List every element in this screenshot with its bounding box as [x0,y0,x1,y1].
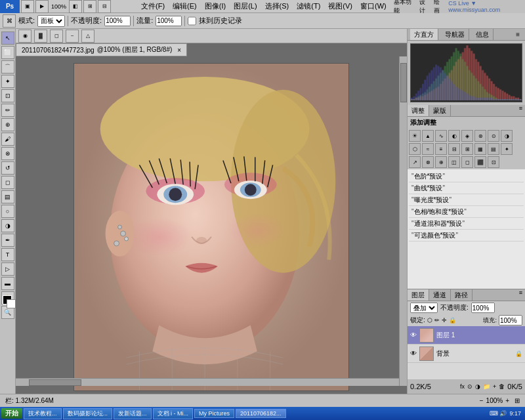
menu-image[interactable]: 图像(I) [201,1,230,11]
document-tab[interactable]: 20110706182447723.jpg @100% (图层 1, RGB/8… [16,43,187,56]
toolbar-icon-1[interactable]: ▣ [21,0,34,13]
zoom-out-btn[interactable]: − [480,397,484,404]
gradient-adj-icon[interactable]: ▤ [488,143,499,155]
toolbar-icon-4[interactable]: ⊞ [83,0,96,13]
zoom-in-btn[interactable]: + [505,397,509,404]
layer-group-btn[interactable]: 📁 [483,383,490,390]
layer-item-bg[interactable]: 👁 背景 🔒 [408,345,525,363]
threshold-adj-icon[interactable]: ▦ [474,143,486,155]
brush-tool[interactable]: 🖌 [1,133,14,146]
smudge-icon[interactable]: ~ [66,30,79,43]
taskbar-item-5[interactable]: My Pictures [194,409,234,418]
toolbar-icon-5[interactable]: ⊟ [98,0,111,13]
adj-item-mixer[interactable]: 通道混和器*预设 [409,218,524,230]
adj-item-levels[interactable]: 色阶*预设 [409,171,524,182]
move-tool[interactable]: ↖ [1,32,14,45]
layer-visibility-1[interactable]: 👁 [410,331,417,339]
sharpen-icon[interactable]: △ [81,30,94,43]
menu-edit[interactable]: 编辑(E) [169,1,201,11]
fill-row-input[interactable] [499,315,522,326]
hsl-adj-icon[interactable]: ⊛ [474,130,486,142]
adj-item-exposure[interactable]: 曝光度*预设 [409,194,524,206]
tab-masks[interactable]: 蒙版 [429,105,451,116]
brush-icon[interactable]: ⌘ [3,14,16,28]
fit-page-btn[interactable]: ⊞ [514,397,520,404]
tab-channels[interactable]: 通道 [429,289,451,301]
adjust-panel-menu[interactable]: ≡ [516,105,525,116]
adj-extra3[interactable]: ⊕ [435,156,447,168]
delete-layer-btn[interactable]: 🗑 [499,383,505,390]
adj-extra1[interactable]: ↗ [409,156,421,168]
blur-tool[interactable]: ○ [1,205,14,218]
shape-tool[interactable]: ▬ [1,277,14,290]
tab-adjustments[interactable]: 调整 [408,105,429,116]
v-scroll-thumb[interactable] [400,63,407,102]
mode-select[interactable]: 面板 [37,15,65,27]
adj-extra7[interactable]: ⊡ [488,156,499,168]
menu-select[interactable]: 选择(S) [261,1,293,11]
menu-layer[interactable]: 图层(L) [230,1,261,11]
toolbar-icon-2[interactable]: ▶ [35,0,49,13]
path-tool[interactable]: ▷ [1,262,14,276]
tab-navigator[interactable]: 导航器 [441,29,469,40]
magic-wand-tool[interactable]: ✦ [1,75,14,88]
eraser-icon[interactable]: ◻ [50,30,63,43]
taskbar-item-1[interactable]: 技术教程... [24,408,62,419]
opacity-input[interactable] [104,16,131,26]
color-swatches[interactable] [3,295,16,308]
vertical-scrollbar[interactable] [399,56,407,386]
adj-item-curves[interactable]: 曲线*预设 [409,182,524,194]
pen-tool[interactable]: ✒ [1,234,14,247]
menu-view[interactable]: 视图(V) [324,1,356,11]
background-color[interactable] [7,299,16,308]
menu-window[interactable]: 窗口(W) [356,1,390,11]
dodge-tool[interactable]: ◑ [1,219,14,232]
posterize-adj-icon[interactable]: ⊞ [461,143,473,155]
taskbar-item-6[interactable]: 20110706182... [236,409,286,418]
layer-adjustment-btn[interactable]: ◑ [475,383,480,390]
blackwhite-adj-icon[interactable]: ◑ [501,130,513,142]
start-button[interactable]: 开始 [1,408,22,419]
tab-paths[interactable]: 路径 [451,289,472,301]
blend-mode-select[interactable]: 叠加 [410,303,438,313]
layer-mask-btn[interactable]: ⊙ [467,383,472,390]
tab-histogram[interactable]: 方直方 [410,29,438,40]
tab-layers[interactable]: 图层 [408,289,429,301]
healing-tool[interactable]: ⊕ [1,118,14,131]
gradient-tool[interactable]: ▤ [1,190,14,203]
layer-visibility-bg[interactable]: 👁 [410,350,417,357]
opacity-row-input[interactable] [471,303,495,313]
brightness-adj-icon[interactable]: ☀ [409,130,421,142]
selectivecolor-adj-icon[interactable]: ✦ [501,143,513,155]
adj-extra2[interactable]: ⊗ [422,156,434,168]
toolbar-icon-3[interactable]: ◧ [69,0,82,13]
marquee-tool[interactable]: ⬜ [1,46,14,59]
vibrance-adj-icon[interactable]: ◈ [461,130,473,142]
menu-file[interactable]: 文件(F) [137,1,169,11]
taskbar-item-2[interactable]: 数码摄影论坛... [63,408,113,419]
lock-all-btn[interactable]: 🔒 [449,317,456,324]
lock-paint-btn[interactable]: ✏ [434,317,440,324]
history-checkbox[interactable] [188,15,196,27]
panel-menu-btn[interactable]: ≡ [513,31,522,38]
invert-adj-icon[interactable]: ⊟ [448,143,460,155]
cslive-btn[interactable]: CS Live ▼ www.missyuan.com [448,0,522,13]
menu-filter[interactable]: 滤镜(T) [293,1,324,11]
h-scroll-thumb[interactable] [29,379,81,386]
exposure-adj-icon[interactable]: ◐ [448,130,460,142]
colorlookup-adj-icon[interactable]: ≡ [435,143,447,155]
layer-fx-btn[interactable]: fx [460,383,465,390]
brush-size-icon[interactable]: ◉ [18,30,32,43]
lock-transparent-btn[interactable]: ⬡ [427,317,432,324]
color-icon[interactable]: ▓ [34,30,47,43]
colorbalance-adj-icon[interactable]: ⊙ [488,130,499,142]
tab-info[interactable]: 信息 [472,29,494,40]
adj-extra4[interactable]: ◫ [448,156,460,168]
clone-tool[interactable]: ⊗ [1,147,14,160]
horizontal-scrollbar[interactable] [16,378,399,386]
close-tab-button[interactable]: × [177,47,181,54]
levels-adj-icon[interactable]: ▲ [422,130,434,142]
new-layer-btn[interactable]: + [493,383,496,390]
lock-move-btn[interactable]: ✛ [442,317,447,324]
text-tool[interactable]: T [1,248,14,261]
